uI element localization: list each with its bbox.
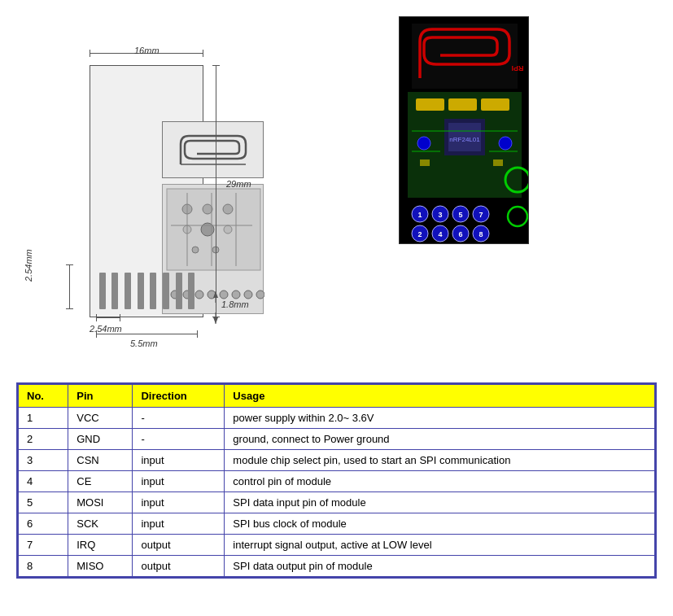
svg-point-8 (192, 247, 199, 253)
table-header-row: No. Pin Direction Usage (19, 385, 655, 408)
svg-point-37 (499, 137, 512, 150)
dim-bottom-wide (96, 334, 198, 334)
svg-rect-39 (493, 159, 503, 166)
top-section: 16mm (8, 8, 665, 374)
col-usage: Usage (225, 385, 655, 408)
svg-marker-23 (213, 291, 218, 298)
cell-no: 1 (19, 408, 68, 429)
table-row: 4CEinputcontrol pin of module (19, 471, 655, 492)
svg-rect-38 (420, 159, 430, 166)
svg-marker-25 (213, 317, 218, 324)
svg-point-6 (201, 223, 214, 236)
cell-direction: - (133, 429, 225, 450)
pin-3 (125, 273, 131, 309)
cell-pin: VCC (68, 408, 133, 429)
cell-direction: input (133, 471, 225, 492)
col-pin: Pin (68, 385, 133, 408)
cell-pin: MOSI (68, 492, 133, 513)
cell-usage: module chip select pin, used to start an… (225, 450, 655, 471)
pin-6 (163, 273, 169, 309)
antenna-area (162, 121, 264, 178)
cell-no: 4 (19, 471, 68, 492)
technical-diagram: 16mm (24, 16, 366, 366)
dim-right-line (216, 65, 216, 317)
svg-text:3: 3 (438, 211, 442, 219)
cell-pin: IRQ (68, 535, 133, 556)
table-row: 7IRQoutputinterrupt signal output, activ… (19, 535, 655, 556)
svg-point-36 (417, 137, 430, 150)
table-row: 3CSNinputmodule chip select pin, used to… (19, 450, 655, 471)
cell-usage: ground, connect to Power ground (225, 429, 655, 450)
cell-no: 8 (19, 556, 68, 577)
pin-5 (150, 273, 156, 309)
pin-4 (138, 273, 144, 309)
svg-point-21 (256, 291, 264, 299)
svg-rect-32 (481, 98, 509, 111)
table-row: 2GND-ground, connect to Power ground (19, 429, 655, 450)
pins-area (96, 264, 198, 309)
pin-table: No. Pin Direction Usage 1VCC-power suppl… (18, 384, 655, 577)
dim-2p54mm-v: 2.54mm (24, 249, 33, 282)
pcb-color-svg: RPI nRF24L01 1 (400, 17, 529, 244)
arrow-1p8 (203, 291, 228, 324)
cell-no: 6 (19, 513, 68, 535)
pin-7 (176, 273, 182, 309)
cell-direction: input (133, 492, 225, 513)
dim-bottom-h (96, 317, 120, 318)
coil-svg (173, 128, 254, 173)
table-row: 1VCC-power supply within 2.0~ 3.6V (19, 408, 655, 429)
dim-2p54mm-h: 2.54mm (90, 324, 122, 334)
cell-direction: - (133, 408, 225, 429)
svg-text:4: 4 (438, 230, 442, 238)
cell-usage: SPI data output pin of module (225, 556, 655, 577)
cell-pin: GND (68, 429, 133, 450)
cell-direction: input (133, 450, 225, 471)
svg-text:1: 1 (417, 211, 422, 219)
svg-point-20 (244, 291, 252, 299)
cell-no: 2 (19, 429, 68, 450)
dim-16mm: 16mm (134, 46, 160, 55)
cell-usage: SPI data input pin of module (225, 492, 655, 513)
col-direction: Direction (133, 385, 225, 408)
cell-usage: power supply within 2.0~ 3.6V (225, 408, 655, 429)
dim-29mm: 29mm (226, 179, 251, 189)
cell-direction: output (133, 556, 225, 577)
col-no: No. (19, 385, 68, 408)
cell-pin: CSN (68, 450, 133, 471)
table-row: 8MISOoutputSPI data output pin of module (19, 556, 655, 577)
cell-no: 7 (19, 535, 68, 556)
svg-text:5: 5 (458, 211, 462, 219)
svg-point-4 (223, 204, 233, 214)
pin-1 (99, 273, 106, 309)
svg-text:RPI: RPI (511, 64, 523, 72)
svg-text:nRF24L01: nRF24L01 (449, 136, 480, 143)
dim-left-2p54 (69, 264, 70, 309)
cell-pin: SCK (68, 513, 133, 535)
cell-direction: input (133, 513, 225, 535)
svg-text:6: 6 (458, 230, 462, 238)
table-row: 6SCKinputSPI bus clock of module (19, 513, 655, 535)
svg-rect-30 (416, 98, 444, 111)
cell-no: 5 (19, 492, 68, 513)
cell-pin: CE (68, 471, 133, 492)
svg-text:7: 7 (479, 211, 483, 219)
cell-usage: interrupt signal output, active at LOW l… (225, 535, 655, 556)
svg-point-7 (224, 225, 232, 234)
cell-usage: SPI bus clock of module (225, 513, 655, 535)
svg-text:2: 2 (417, 230, 422, 238)
pin-8 (188, 273, 194, 309)
cell-pin: MISO (68, 556, 133, 577)
cell-direction: output (133, 535, 225, 556)
dim-5p5mm: 5.5mm (130, 339, 158, 348)
svg-rect-31 (448, 98, 477, 111)
pcb-image: RPI nRF24L01 1 (399, 16, 529, 244)
cell-usage: control pin of module (225, 471, 655, 492)
table-row: 5MOSIinputSPI data input pin of module (19, 492, 655, 513)
svg-point-19 (232, 291, 240, 299)
cell-no: 3 (19, 450, 68, 471)
pin-2 (111, 273, 118, 309)
svg-text:8: 8 (479, 230, 483, 238)
svg-point-3 (203, 204, 212, 214)
pin-table-section: No. Pin Direction Usage 1VCC-power suppl… (16, 382, 657, 579)
